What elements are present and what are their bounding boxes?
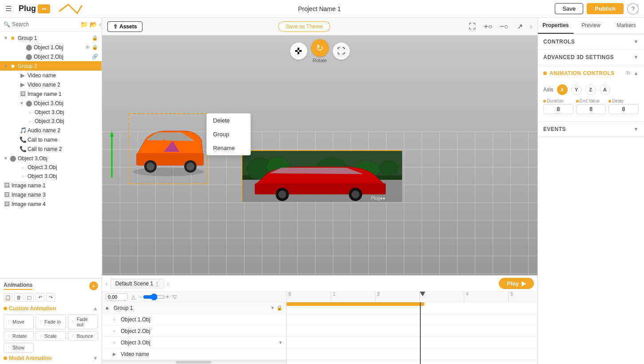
tab-markers[interactable]: Markers	[608, 18, 644, 34]
tree-item-obj1[interactable]: ⬤ Object 1.Obj 👁 🔒	[0, 43, 102, 52]
timeline-prev-icon[interactable]: ‹	[106, 280, 108, 287]
scene-tab[interactable]: Default Scene 1 ⋮	[111, 279, 164, 289]
events-header[interactable]: EVENTS ▼	[538, 122, 644, 137]
time-input[interactable]: 0.00	[106, 293, 128, 301]
save-theme-button[interactable]: Save as Theme	[278, 21, 331, 32]
delay-input[interactable]: 8	[608, 104, 639, 114]
tree-item-image1[interactable]: 🖼 Image name 1	[0, 89, 102, 99]
tab-properties[interactable]: Properties	[538, 18, 573, 34]
play-button[interactable]: Play ▶	[499, 278, 534, 289]
controls-header[interactable]: CONTROLS ▼	[538, 34, 644, 49]
tree-item-obj4[interactable]: ▼ ⬤ Object 3.Obj	[0, 154, 102, 163]
svg-point-5	[146, 162, 154, 170]
anim-scale-btn[interactable]: ⋮Scale	[36, 331, 66, 341]
move-tool-btn[interactable]: ✜	[290, 42, 308, 60]
tab-preview[interactable]: Preview	[573, 18, 609, 34]
hamburger-menu[interactable]: ☰	[5, 4, 12, 13]
tree-item-call2[interactable]: 📞 Call to name 2	[0, 144, 102, 154]
end-value-input[interactable]: 8	[576, 104, 606, 114]
fullscreen-icon[interactable]: ↗	[514, 20, 526, 33]
axis-x-btn[interactable]: X	[557, 84, 568, 95]
collapse-custom-icon[interactable]: ▲	[93, 305, 98, 312]
tree-item-group1[interactable]: ▼ ■ Group 1 🔒	[0, 33, 102, 43]
save-button[interactable]: Save	[555, 3, 583, 14]
collapse-panel-icon[interactable]: ‹	[99, 20, 101, 28]
undo-anim-btn[interactable]: ↶	[36, 293, 44, 302]
redo-anim-btn[interactable]: ↷	[46, 293, 55, 302]
tl-expand-icon[interactable]: ▼	[270, 305, 275, 310]
3d-canvas: Plug●●	[102, 36, 537, 275]
add-animation-button[interactable]: +	[89, 281, 98, 290]
tree-item-obj3b[interactable]: ○ Object 3.Obj	[0, 117, 102, 126]
animations-tab[interactable]: Animations	[4, 282, 32, 290]
delete-anim-btn[interactable]: 🗑	[14, 293, 23, 302]
zoom-in-timeline[interactable]: +	[166, 294, 169, 300]
tree-item-img3[interactable]: 🖼 Image name 3	[0, 190, 102, 199]
tl-expand-icon2[interactable]: ▼	[278, 340, 283, 345]
collapse-right-icon[interactable]: ›	[530, 23, 532, 31]
rotate-tool-btn[interactable]: ↻	[311, 39, 329, 57]
refresh-icon[interactable]: ↻	[626, 70, 631, 76]
tl-row-group1[interactable]: ■ Group 1 ▼ 🔒	[102, 302, 286, 314]
tree-item-call1[interactable]: 📞 Call to name	[0, 135, 102, 144]
tree-item-group2[interactable]: ▼ ■ Group 2	[0, 61, 102, 71]
axis-z-btn[interactable]: Z	[585, 84, 596, 95]
tree-item-obj2[interactable]: ⬤ Object 2.Obj 🔗	[0, 52, 102, 61]
tree-item-obj3[interactable]: ▼ ⬤ Object 3.Obj	[0, 99, 102, 108]
visibility-icon[interactable]: 👁	[85, 44, 90, 50]
publish-button[interactable]: Publish	[587, 3, 624, 14]
tree-item-video2[interactable]: ▶ Video name 2	[0, 80, 102, 89]
lock-icon[interactable]: 🔒	[92, 44, 98, 50]
advanced-3d-header[interactable]: ADVANCED 3D SETTINGS ▼	[538, 50, 644, 65]
help-button[interactable]: ?	[627, 3, 639, 15]
tl-row-obj2[interactable]: ○ Object 2.Obj	[102, 325, 286, 337]
tree-item-audio1[interactable]: 🎵 Audio name 2	[0, 126, 102, 135]
zoom-slider[interactable]	[143, 293, 165, 301]
scale-tool-btn[interactable]: ⛶	[332, 42, 350, 60]
add-folder-icon[interactable]: 📂	[90, 21, 97, 28]
timeline-collapse-icon[interactable]: △	[131, 294, 135, 300]
zoom-in-icon[interactable]: +○	[482, 20, 494, 33]
timeline-expand-icon[interactable]: ▽	[173, 294, 177, 300]
zoom-out-timeline[interactable]: −	[139, 294, 142, 300]
anim-fadeout-btn[interactable]: ⋮Fade out	[68, 314, 98, 329]
tl-row-video1[interactable]: ▶ Video name	[102, 348, 286, 360]
tree-item-img2[interactable]: 🖼 Image name 1	[0, 181, 102, 190]
anim-move-btn[interactable]: ⋮Move	[4, 314, 34, 329]
tree-item-img4[interactable]: 🖼 Image name 4	[0, 199, 102, 209]
scrollbar-thumb[interactable]	[176, 361, 211, 364]
screenshot-icon[interactable]: ⛶	[466, 20, 478, 33]
search-input[interactable]	[12, 21, 79, 28]
car-red-container[interactable]: Plug●●	[241, 150, 401, 201]
anim-bounce-btn[interactable]: ⋮Bounce	[68, 331, 98, 341]
anim-rotate-btn[interactable]: ⋮Rotate	[4, 331, 34, 341]
animation-controls-chevron[interactable]: ▲	[633, 70, 639, 76]
anim-show-btn[interactable]: ⋮Show	[4, 343, 34, 352]
duplicate-anim-btn[interactable]: ▢	[25, 293, 34, 302]
copy-anim-btn[interactable]: 📋	[4, 293, 12, 302]
assets-button[interactable]: ⇧ Assets	[107, 21, 142, 32]
zoom-out-icon[interactable]: −○	[498, 20, 510, 33]
anim-fadein-btn[interactable]: ⋮Fade in	[36, 314, 66, 329]
tree-item-obj3a[interactable]: ○ Object 3.Obj	[0, 108, 102, 117]
axis-y-btn[interactable]: Y	[571, 84, 582, 95]
unlink-icon[interactable]: 🔗	[92, 54, 98, 59]
tree-item-video1[interactable]: ▶ Video name	[0, 71, 102, 80]
axis-a-btn[interactable]: A	[600, 84, 610, 95]
folder-icon[interactable]: 📁	[80, 21, 88, 28]
tl-lock-icon[interactable]: 🔒	[277, 305, 283, 311]
context-rename[interactable]: Rename	[207, 141, 250, 155]
tl-row-obj1[interactable]: ○ Object 1.Obj	[102, 314, 286, 325]
tree-item-obj4a[interactable]: ○ Object 3.Obj	[0, 163, 102, 172]
expand-model-icon[interactable]: ▼	[93, 355, 98, 361]
animation-controls-header[interactable]: ANIMATION CONTROLS ↻ ▲	[538, 65, 644, 81]
context-group[interactable]: Group	[207, 127, 250, 141]
delay-field: Delay 8	[608, 99, 639, 114]
timeline-next-icon[interactable]: ›	[167, 280, 169, 287]
context-delete[interactable]: Delete	[207, 114, 250, 127]
tl-row-obj3[interactable]: ○ Object 3.Obj ▼	[102, 337, 286, 348]
duration-input[interactable]: 8	[543, 104, 573, 114]
timeline-scrollbar[interactable]	[102, 360, 286, 364]
car-orange[interactable]	[128, 115, 208, 184]
tree-item-obj4b[interactable]: ○ Object 3.Obj	[0, 172, 102, 181]
